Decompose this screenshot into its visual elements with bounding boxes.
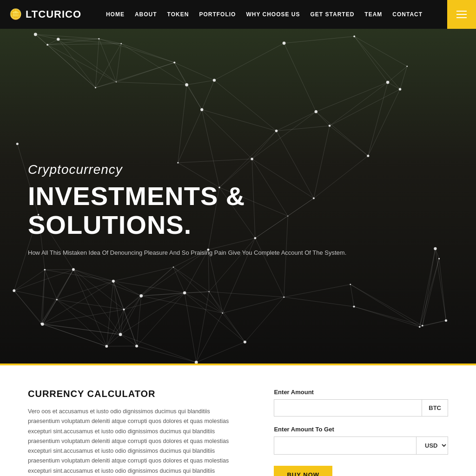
menu-button[interactable] [447, 0, 476, 29]
hero-description: How All This Mistaken Idea Of Denouncing… [28, 248, 377, 258]
calculator-right: Enter Amount BTC Enter Amount To Get USD… [274, 389, 448, 476]
enter-amount-to-get-label: Enter Amount To Get [274, 426, 448, 433]
calculator-title: CURRENCY CALCULATOR [28, 389, 237, 399]
site-logo[interactable]: 🪙 LTCURICO [9, 8, 81, 20]
nav-item-token[interactable]: TOKEN [167, 11, 189, 18]
convert-input-group: USDEURGBPBTC [274, 436, 448, 455]
hero-section: Cryptocurrency INVESTMENTS & SOLUTIONS. … [0, 29, 476, 364]
hero-title: INVESTMENTS & SOLUTIONS. [28, 182, 390, 239]
nav-item-portfolio[interactable]: PORTFOLIO [199, 11, 236, 18]
nav-item-get-started[interactable]: GET STARTED [311, 11, 355, 18]
amount-input[interactable] [274, 400, 422, 416]
site-header: 🪙 LTCURICO HOMEABOUTTOKENPORTFOLIOWHY CH… [0, 0, 476, 29]
calculator-description: Vero oos et accusamus et iusto odio dign… [28, 407, 237, 476]
convert-input[interactable] [274, 437, 416, 454]
hero-content: Cryptocurrency INVESTMENTS & SOLUTIONS. … [0, 162, 418, 258]
amount-input-group: BTC [274, 399, 448, 416]
btc-tag: BTC [422, 400, 448, 416]
nav-item-team[interactable]: TEAM [364, 11, 382, 18]
nav-item-why-choose-us[interactable]: WHY CHOOSE US [246, 11, 300, 18]
logo-icon: 🪙 [9, 8, 22, 20]
nav-item-contact[interactable]: CONTACT [392, 11, 423, 18]
calculator-left: CURRENCY CALCULATOR Vero oos et accusamu… [28, 389, 237, 476]
main-nav: HOMEABOUTTOKENPORTFOLIOWHY CHOOSE USGET … [81, 11, 447, 18]
nav-item-home[interactable]: HOME [106, 11, 125, 18]
currency-select[interactable]: USDEURGBPBTC [416, 437, 448, 454]
nav-item-about[interactable]: ABOUT [135, 11, 157, 18]
enter-amount-label: Enter Amount [274, 389, 448, 396]
hamburger-icon [456, 11, 467, 18]
calculator-section: CURRENCY CALCULATOR Vero oos et accusamu… [0, 364, 476, 476]
buy-now-button[interactable]: BUY NOW [274, 466, 332, 476]
logo-text: LTCURICO [26, 8, 81, 20]
hero-subtitle: Cryptocurrency [28, 162, 390, 177]
